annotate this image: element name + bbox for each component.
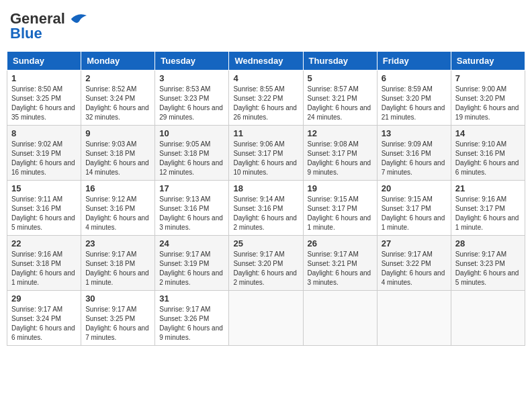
day-number: 7: [455, 73, 521, 83]
day-number: 6: [382, 73, 447, 83]
calendar-cell: 10 Sunrise: 9:05 AMSunset: 3:18 PMDaylig…: [155, 126, 229, 181]
cell-sunrise: Sunrise: 9:00 AMSunset: 3:20 PMDaylight:…: [455, 85, 519, 121]
calendar-cell: 7 Sunrise: 9:00 AMSunset: 3:20 PMDayligh…: [451, 71, 525, 126]
calendar-cell: 2 Sunrise: 8:52 AMSunset: 3:24 PMDayligh…: [81, 71, 155, 126]
calendar-cell: 21 Sunrise: 9:16 AMSunset: 3:17 PMDaylig…: [451, 181, 525, 236]
cell-sunrise: Sunrise: 9:05 AMSunset: 3:18 PMDaylight:…: [159, 140, 223, 176]
day-number: 28: [455, 238, 521, 248]
cell-sunrise: Sunrise: 9:03 AMSunset: 3:18 PMDaylight:…: [85, 140, 149, 176]
day-header-saturday: Saturday: [451, 52, 525, 71]
calendar-cell: 3 Sunrise: 8:53 AMSunset: 3:23 PMDayligh…: [155, 71, 229, 126]
day-number: 18: [233, 183, 298, 193]
day-number: 5: [308, 73, 373, 83]
calendar-cell: 28 Sunrise: 9:17 AMSunset: 3:23 PMDaylig…: [451, 236, 525, 291]
cell-sunrise: Sunrise: 8:53 AMSunset: 3:23 PMDaylight:…: [159, 85, 223, 121]
day-number: 26: [308, 238, 373, 248]
day-number: 20: [382, 183, 447, 193]
calendar-cell: 13 Sunrise: 9:09 AMSunset: 3:16 PMDaylig…: [377, 126, 451, 181]
calendar-cell: 19 Sunrise: 9:15 AMSunset: 3:17 PMDaylig…: [303, 181, 377, 236]
calendar-cell: 20 Sunrise: 9:15 AMSunset: 3:17 PMDaylig…: [377, 181, 451, 236]
calendar-cell: 23 Sunrise: 9:17 AMSunset: 3:18 PMDaylig…: [81, 236, 155, 291]
day-number: 22: [11, 238, 77, 248]
calendar-cell: [377, 291, 451, 346]
calendar-cell: 26 Sunrise: 9:17 AMSunset: 3:21 PMDaylig…: [303, 236, 377, 291]
day-number: 1: [11, 73, 77, 83]
cell-sunrise: Sunrise: 9:10 AMSunset: 3:16 PMDaylight:…: [455, 140, 519, 176]
calendar-week-row: 29 Sunrise: 9:17 AMSunset: 3:24 PMDaylig…: [7, 291, 525, 346]
day-number: 30: [85, 293, 150, 304]
cell-sunrise: Sunrise: 8:55 AMSunset: 3:22 PMDaylight:…: [233, 85, 297, 121]
calendar-header-row: SundayMondayTuesdayWednesdayThursdayFrid…: [7, 52, 525, 71]
day-header-tuesday: Tuesday: [155, 52, 229, 71]
day-number: 23: [85, 238, 150, 248]
cell-sunrise: Sunrise: 9:12 AMSunset: 3:16 PMDaylight:…: [85, 195, 149, 231]
calendar-cell: 1 Sunrise: 8:50 AMSunset: 3:25 PMDayligh…: [7, 71, 81, 126]
calendar-cell: [229, 291, 303, 346]
calendar-cell: 30 Sunrise: 9:17 AMSunset: 3:25 PMDaylig…: [81, 291, 155, 346]
calendar-cell: 22 Sunrise: 9:16 AMSunset: 3:18 PMDaylig…: [7, 236, 81, 291]
calendar-week-row: 1 Sunrise: 8:50 AMSunset: 3:25 PMDayligh…: [7, 71, 525, 126]
day-number: 11: [233, 128, 298, 138]
day-number: 4: [233, 73, 298, 83]
day-number: 15: [11, 183, 77, 193]
cell-sunrise: Sunrise: 9:17 AMSunset: 3:21 PMDaylight:…: [308, 250, 371, 286]
calendar-cell: 9 Sunrise: 9:03 AMSunset: 3:18 PMDayligh…: [81, 126, 155, 181]
calendar-cell: 27 Sunrise: 9:17 AMSunset: 3:22 PMDaylig…: [377, 236, 451, 291]
day-number: 14: [455, 128, 521, 138]
cell-sunrise: Sunrise: 8:57 AMSunset: 3:21 PMDaylight:…: [308, 85, 371, 121]
day-header-monday: Monday: [81, 52, 155, 71]
day-number: 12: [308, 128, 373, 138]
day-number: 29: [11, 293, 77, 304]
cell-sunrise: Sunrise: 9:15 AMSunset: 3:17 PMDaylight:…: [382, 195, 445, 231]
day-number: 16: [85, 183, 150, 193]
cell-sunrise: Sunrise: 8:52 AMSunset: 3:24 PMDaylight:…: [85, 85, 149, 121]
cell-sunrise: Sunrise: 9:14 AMSunset: 3:16 PMDaylight:…: [233, 195, 297, 231]
day-number: 24: [159, 238, 224, 248]
day-header-friday: Friday: [377, 52, 451, 71]
cell-sunrise: Sunrise: 8:50 AMSunset: 3:25 PMDaylight:…: [11, 85, 75, 121]
cell-sunrise: Sunrise: 9:06 AMSunset: 3:17 PMDaylight:…: [233, 140, 297, 176]
calendar-cell: 31 Sunrise: 9:17 AMSunset: 3:26 PMDaylig…: [155, 291, 229, 346]
day-number: 19: [308, 183, 373, 193]
day-number: 13: [382, 128, 447, 138]
calendar-cell: [451, 291, 525, 346]
day-number: 2: [85, 73, 150, 83]
calendar-cell: 8 Sunrise: 9:02 AMSunset: 3:19 PMDayligh…: [7, 126, 81, 181]
cell-sunrise: Sunrise: 9:17 AMSunset: 3:24 PMDaylight:…: [11, 306, 75, 341]
day-number: 31: [159, 293, 224, 304]
calendar-cell: 6 Sunrise: 8:59 AMSunset: 3:20 PMDayligh…: [377, 71, 451, 126]
calendar-cell: 18 Sunrise: 9:14 AMSunset: 3:16 PMDaylig…: [229, 181, 303, 236]
day-number: 8: [11, 128, 77, 138]
cell-sunrise: Sunrise: 9:17 AMSunset: 3:26 PMDaylight:…: [159, 306, 223, 341]
day-number: 10: [159, 128, 224, 138]
calendar-cell: 11 Sunrise: 9:06 AMSunset: 3:17 PMDaylig…: [229, 126, 303, 181]
page-header: General Blue: [7, 7, 525, 46]
calendar-cell: 15 Sunrise: 9:11 AMSunset: 3:16 PMDaylig…: [7, 181, 81, 236]
day-number: 9: [85, 128, 150, 138]
calendar-cell: 12 Sunrise: 9:08 AMSunset: 3:17 PMDaylig…: [303, 126, 377, 181]
calendar-cell: 24 Sunrise: 9:17 AMSunset: 3:19 PMDaylig…: [155, 236, 229, 291]
calendar-cell: [303, 291, 377, 346]
day-header-wednesday: Wednesday: [229, 52, 303, 71]
calendar-cell: 29 Sunrise: 9:17 AMSunset: 3:24 PMDaylig…: [7, 291, 81, 346]
cell-sunrise: Sunrise: 9:17 AMSunset: 3:20 PMDaylight:…: [233, 250, 297, 286]
calendar-body: 1 Sunrise: 8:50 AMSunset: 3:25 PMDayligh…: [7, 71, 525, 346]
day-header-sunday: Sunday: [7, 52, 81, 71]
cell-sunrise: Sunrise: 9:15 AMSunset: 3:17 PMDaylight:…: [308, 195, 371, 231]
calendar-table: SundayMondayTuesdayWednesdayThursdayFrid…: [7, 51, 525, 346]
cell-sunrise: Sunrise: 9:17 AMSunset: 3:18 PMDaylight:…: [85, 250, 149, 286]
calendar-cell: 5 Sunrise: 8:57 AMSunset: 3:21 PMDayligh…: [303, 71, 377, 126]
calendar-cell: 4 Sunrise: 8:55 AMSunset: 3:22 PMDayligh…: [229, 71, 303, 126]
cell-sunrise: Sunrise: 8:59 AMSunset: 3:20 PMDaylight:…: [382, 85, 445, 121]
cell-sunrise: Sunrise: 9:16 AMSunset: 3:18 PMDaylight:…: [11, 250, 75, 286]
cell-sunrise: Sunrise: 9:09 AMSunset: 3:16 PMDaylight:…: [382, 140, 445, 176]
calendar-week-row: 22 Sunrise: 9:16 AMSunset: 3:18 PMDaylig…: [7, 236, 525, 291]
cell-sunrise: Sunrise: 9:17 AMSunset: 3:23 PMDaylight:…: [455, 250, 519, 286]
cell-sunrise: Sunrise: 9:17 AMSunset: 3:19 PMDaylight:…: [159, 250, 223, 286]
day-number: 21: [455, 183, 521, 193]
cell-sunrise: Sunrise: 9:13 AMSunset: 3:16 PMDaylight:…: [159, 195, 223, 231]
cell-sunrise: Sunrise: 9:16 AMSunset: 3:17 PMDaylight:…: [455, 195, 519, 231]
calendar-cell: 14 Sunrise: 9:10 AMSunset: 3:16 PMDaylig…: [451, 126, 525, 181]
calendar-cell: 25 Sunrise: 9:17 AMSunset: 3:20 PMDaylig…: [229, 236, 303, 291]
day-header-thursday: Thursday: [303, 52, 377, 71]
